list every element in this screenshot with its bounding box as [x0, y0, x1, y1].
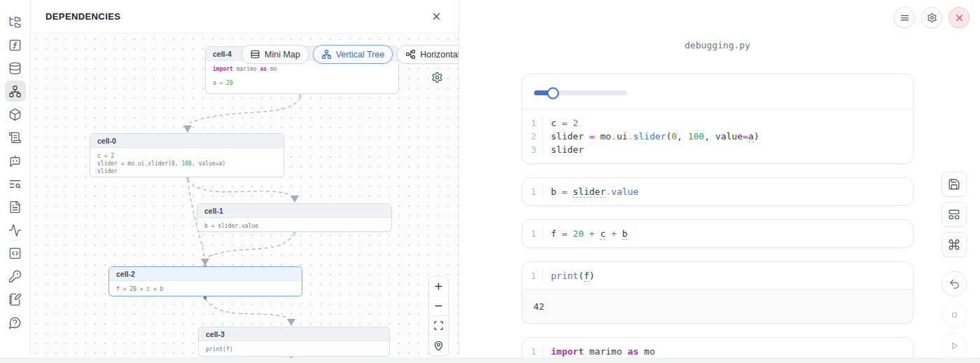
notebook-cell-0[interactable]: 1c = 22slider = mo.ui.slider(0, 100, val…: [522, 74, 913, 164]
arrowhead: [201, 259, 209, 266]
cell-code-editor[interactable]: 1b = slider.value: [522, 178, 913, 205]
cell-code-editor[interactable]: 1print(f): [522, 262, 913, 289]
edge-cell2-cell3: [205, 299, 288, 317]
sidebar-item-datasources[interactable]: [5, 57, 26, 78]
horizontal-tree-icon: [405, 49, 416, 60]
sidebar-item-tracing[interactable]: [5, 219, 26, 240]
close-panel-button[interactable]: [428, 8, 444, 25]
run-button[interactable]: [941, 333, 967, 358]
horizontal-tree-button[interactable]: Horizontal Tree: [397, 45, 458, 64]
line-number: 1: [522, 116, 543, 130]
graph-node-cell-3[interactable]: cell-3print(f): [198, 327, 390, 357]
play-icon: [948, 340, 960, 352]
line-number: 1: [522, 345, 543, 358]
line-number: 2: [522, 130, 543, 143]
sidebar-item-snippets[interactable]: [5, 242, 26, 263]
save-icon: [948, 178, 960, 191]
graph-node-cell-0[interactable]: cell-0c = 2slider = mo.ui.slider(0, 100,…: [90, 133, 284, 177]
arrowhead: [290, 196, 299, 203]
cell-code-editor[interactable]: 1f = 20 + c + b: [522, 220, 913, 247]
shutdown-button[interactable]: [948, 7, 969, 28]
sidebar-item-variables[interactable]: [5, 34, 26, 55]
code-line: 3slider: [522, 143, 913, 156]
sidebar-item-logs[interactable]: [5, 127, 26, 148]
close-icon: [431, 11, 442, 22]
save-button[interactable]: [941, 172, 967, 197]
keyboard-shortcuts-button[interactable]: [941, 232, 967, 257]
dependencies-panel-header: DEPENDENCIES: [31, 0, 458, 34]
edge-handle: [204, 296, 207, 300]
text-search-icon: [8, 177, 22, 191]
zoom-out-button[interactable]: [429, 296, 448, 316]
sidebar-item-help[interactable]: [5, 312, 26, 333]
sidebar-item-outline[interactable]: [5, 173, 26, 194]
line-number: 1: [522, 185, 543, 198]
network-icon: [8, 85, 22, 98]
edge-handle: [299, 95, 302, 97]
gear-icon: [927, 13, 937, 23]
activity-icon: [8, 224, 22, 237]
code-text: b = slider.value: [543, 185, 638, 198]
sidebar-item-documentation[interactable]: [5, 196, 26, 217]
graph-node-title: cell-1: [197, 204, 391, 218]
center-selection-button[interactable]: [429, 336, 448, 355]
graph-settings-button[interactable]: [431, 71, 443, 86]
notebook-cell-1[interactable]: 1b = slider.value: [522, 177, 913, 206]
graph-node-code: b = slider.value: [197, 218, 391, 232]
plus-icon: [433, 281, 444, 292]
vertical-tree-button[interactable]: Vertical Tree: [313, 45, 393, 64]
helper-panel-rail: [0, 0, 31, 363]
slider-output: [522, 74, 913, 109]
graph-node-code: import marimo as moa = 20: [206, 61, 398, 91]
layout-toggle-button[interactable]: [941, 202, 967, 227]
sidebar-item-packages[interactable]: [5, 104, 26, 125]
stop-icon: [948, 309, 960, 321]
code-line: 2slider = mo.ui.slider(0, 100, value=a): [522, 130, 913, 143]
zoom-in-button[interactable]: [429, 277, 448, 296]
mini-map-button[interactable]: Mini Map: [241, 45, 309, 64]
vertical-tree-icon: [321, 49, 332, 60]
dependency-graph-canvas[interactable]: cell-4import marimo as moa = 20cell-0c =…: [31, 34, 458, 358]
graph-node-title: cell-3: [199, 327, 389, 341]
slider-track[interactable]: [534, 90, 627, 95]
cell-code-editor[interactable]: 1c = 22slider = mo.ui.slider(0, 100, val…: [522, 109, 913, 163]
notebook-action-column: [941, 172, 967, 358]
fit-view-button[interactable]: [429, 316, 448, 336]
horizontal-tree-label: Horizontal Tree: [420, 50, 458, 60]
edge-cell0-cell1: [188, 179, 291, 195]
settings-button[interactable]: [921, 7, 942, 28]
mini-map-icon: [250, 49, 260, 60]
graph-node-cell-2[interactable]: cell-2f = 20 + c + b: [108, 266, 302, 296]
graph-node-code: print(f): [199, 341, 389, 357]
notebook-cells: 1c = 22slider = mo.ui.slider(0, 100, val…: [522, 74, 913, 363]
key-icon: [8, 270, 22, 283]
notebook-cell-2[interactable]: 1f = 20 + c + b: [522, 219, 913, 248]
hamburger-menu-icon: [899, 13, 910, 23]
notebook-cell-3[interactable]: 1print(f)42: [522, 261, 913, 324]
sidebar-item-file-explorer[interactable]: [5, 11, 26, 32]
code-line: 1c = 2: [522, 116, 913, 130]
graph-node-code: f = 20 + c + b: [109, 281, 302, 296]
sidebar-item-dependencies[interactable]: [5, 81, 26, 102]
sidebar-item-scratchpad[interactable]: [5, 289, 26, 310]
notebook-area: debugging.py 1c = 22slider = mo.ui.slide…: [459, 0, 980, 363]
file-text-icon: [8, 200, 22, 214]
code-text: import marimo as mo: [543, 345, 655, 358]
graph-node-title: cell-2: [109, 267, 302, 281]
box-icon: [8, 108, 22, 121]
undo-button[interactable]: [941, 271, 967, 296]
panel-title: DEPENDENCIES: [46, 11, 120, 22]
stop-button[interactable]: [941, 302, 967, 327]
layout-panel-icon: [948, 208, 960, 221]
function-square-icon: [8, 39, 22, 52]
sidebar-item-chat[interactable]: [5, 150, 26, 171]
code-text: slider = mo.ui.slider(0, 100, value=a): [543, 130, 759, 143]
bot-chat-icon: [8, 154, 22, 167]
file-tree-icon: [8, 15, 22, 29]
graph-node-cell-1[interactable]: cell-1b = slider.value: [197, 203, 392, 232]
menu-button[interactable]: [894, 7, 915, 28]
code-square-icon: [8, 247, 22, 260]
slider-thumb[interactable]: [547, 87, 559, 99]
code-line: 1b = slider.value: [522, 185, 913, 198]
sidebar-item-secrets[interactable]: [5, 266, 26, 287]
